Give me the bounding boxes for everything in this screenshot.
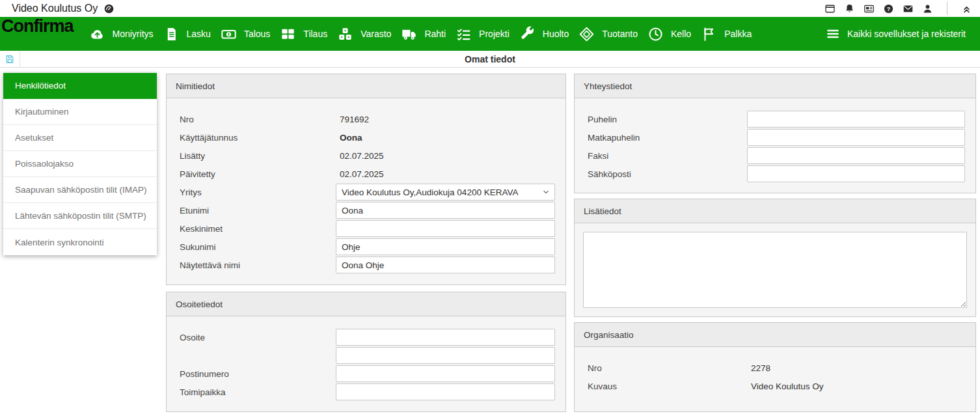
input-matkapuhelin[interactable] bbox=[747, 129, 965, 146]
panel-osoitetiedot: Osoitetiedot OsoitePostinumeroToimipaikk… bbox=[166, 292, 566, 412]
topbar-actions: ? bbox=[824, 2, 972, 15]
nav-item-label: Kello bbox=[671, 29, 691, 39]
all-apps-button[interactable]: Kaikki sovellukset ja rekisterit bbox=[820, 22, 971, 46]
input-keskinimet[interactable] bbox=[336, 220, 555, 237]
field-row-nro: Nro2278 bbox=[588, 359, 965, 377]
sidebar-item-poissaolojakso[interactable]: Poissaolojakso bbox=[3, 151, 157, 177]
nav-item-label: Projekti bbox=[479, 29, 510, 39]
input-postinumero[interactable] bbox=[336, 365, 555, 382]
nav-item-kello[interactable]: Kello bbox=[647, 26, 691, 42]
window-icon[interactable] bbox=[824, 3, 836, 14]
nav-item-projekti[interactable]: Projekti bbox=[456, 26, 510, 42]
nav-item-moniyritys[interactable]: Moniyritys bbox=[89, 26, 154, 42]
field-label-sahkoposti: Sähköposti bbox=[588, 169, 747, 179]
field-row-naytettava-nimi: Näytettävä nimi bbox=[180, 256, 555, 274]
page-title: Omat tiedot bbox=[0, 54, 980, 64]
sidebar-item-label: Asetukset bbox=[15, 133, 53, 143]
field-label-kuvaus: Kuvaus bbox=[588, 381, 747, 391]
boxes-icon bbox=[337, 26, 353, 42]
field-row-line-2 bbox=[180, 346, 555, 365]
bell-icon[interactable] bbox=[844, 3, 855, 14]
select-yritys[interactable]: Video Koulutus Oy,Audiokuja 04200 KERAVA bbox=[336, 184, 555, 201]
field-label-paivitetty: Päivitetty bbox=[180, 169, 336, 179]
newspaper-icon[interactable] bbox=[864, 3, 875, 14]
help-icon[interactable]: ? bbox=[883, 3, 894, 14]
field-row-matkapuhelin: Matkapuhelin bbox=[588, 128, 965, 146]
mail-icon[interactable] bbox=[903, 3, 914, 14]
cube-icon bbox=[578, 26, 595, 42]
field-value-kuvaus: Video Koulutus Oy bbox=[747, 381, 824, 391]
input-line-2[interactable] bbox=[336, 347, 555, 364]
field-row-lisatty: Lisätty02.07.2025 bbox=[180, 146, 555, 165]
truck-icon bbox=[401, 26, 417, 42]
field-label-puhelin: Puhelin bbox=[588, 115, 747, 124]
hamburger-icon bbox=[825, 26, 841, 42]
field-label-etunimi: Etunimi bbox=[180, 206, 336, 215]
select-value: Video Koulutus Oy,Audiokuja 04200 KERAVA bbox=[342, 187, 518, 197]
sidebar-item-saapuvan-sahkopostin-tilit-imap[interactable]: Saapuvan sähköpostin tilit (IMAP) bbox=[3, 177, 157, 203]
nav-item-talous[interactable]: Talous bbox=[221, 26, 270, 42]
input-naytettava-nimi[interactable] bbox=[336, 257, 555, 273]
sidebar-item-lahtevan-sahkopostin-tilit-smtp[interactable]: Lähtevän sähköpostin tilit (SMTP) bbox=[3, 203, 157, 229]
field-row-etunimi: Etunimi bbox=[180, 201, 555, 219]
sidebar-item-henkilotiedot[interactable]: Henkilötiedot bbox=[3, 73, 157, 99]
field-label-lisatty: Lisätty bbox=[180, 151, 336, 161]
company-title: Video Koulutus Oy bbox=[12, 3, 98, 14]
panel-nimitiedot: Nimitiedot Nro791692KäyttäjätunnusOonaLi… bbox=[166, 74, 566, 285]
input-faksi[interactable] bbox=[747, 147, 965, 164]
sidebar-item-kirjautuminen[interactable]: Kirjautuminen bbox=[3, 99, 157, 125]
nav-item-huolto[interactable]: Huolto bbox=[519, 26, 569, 42]
field-value-nro: 791692 bbox=[336, 115, 369, 124]
nav-item-tuotanto[interactable]: Tuotanto bbox=[578, 26, 638, 42]
lisatiedot-textarea[interactable] bbox=[583, 232, 967, 308]
grid-icon bbox=[280, 26, 296, 42]
field-label-sukunimi: Sukunimi bbox=[180, 242, 336, 252]
field-label-kayttajatunnus: Käyttäjätunnus bbox=[180, 133, 336, 143]
field-row-keskinimet: Keskinimet bbox=[180, 219, 555, 238]
field-row-paivitetty: Päivitetty02.07.2025 bbox=[180, 165, 555, 183]
nav-item-label: Rahti bbox=[424, 29, 446, 39]
nav-item-label: Varasto bbox=[361, 29, 391, 39]
field-row-kayttajatunnus: KäyttäjätunnusOona bbox=[180, 128, 555, 146]
gauge-icon[interactable] bbox=[103, 3, 115, 14]
panel-organisaatio: Organisaatio Nro2278KuvausVideo Koulutus… bbox=[574, 322, 976, 412]
panel-title-osoitetiedot: Osoitetiedot bbox=[167, 292, 565, 316]
toolbar-divider bbox=[947, 2, 947, 15]
field-row-faksi: Faksi bbox=[588, 146, 965, 165]
input-sahkoposti[interactable] bbox=[747, 165, 965, 182]
sidebar-item-label: Henkilötiedot bbox=[15, 81, 66, 90]
input-puhelin[interactable] bbox=[747, 111, 965, 128]
nav-item-rahti[interactable]: Rahti bbox=[401, 26, 446, 42]
user-icon[interactable] bbox=[922, 3, 933, 14]
checklist-icon bbox=[456, 26, 472, 42]
save-icon bbox=[5, 54, 15, 64]
confirma-logo: Confirma bbox=[1, 17, 74, 35]
panel-yhteystiedot: Yhteystiedot PuhelinMatkapuhelinFaksiSäh… bbox=[574, 74, 976, 193]
field-label-nro: Nro bbox=[588, 363, 747, 373]
input-sukunimi[interactable] bbox=[336, 238, 555, 255]
field-label-postinumero: Postinumero bbox=[180, 369, 336, 379]
field-label-matkapuhelin: Matkapuhelin bbox=[588, 133, 747, 143]
all-apps-label: Kaikki sovellukset ja rekisterit bbox=[847, 29, 966, 39]
collapse-icon[interactable] bbox=[961, 3, 972, 14]
window-titlebar: Video Koulutus Oy ? bbox=[0, 0, 980, 17]
input-osoite[interactable] bbox=[336, 329, 555, 346]
nav-item-label: Lasku bbox=[187, 29, 211, 39]
sidebar-item-label: Saapuvan sähköpostin tilit (IMAP) bbox=[15, 185, 147, 195]
nav-items: MoniyritysLaskuTalousTilausVarastoRahtiP… bbox=[89, 26, 762, 42]
wrench-icon bbox=[519, 26, 536, 42]
field-label-yritys: Yritys bbox=[180, 187, 336, 197]
sidebar-item-kalenterin-synkronointi[interactable]: Kalenterin synkronointi bbox=[3, 229, 157, 255]
nav-item-varasto[interactable]: Varasto bbox=[337, 26, 391, 42]
field-label-toimipaikka: Toimipaikka bbox=[180, 387, 336, 397]
sidebar-item-asetukset[interactable]: Asetukset bbox=[3, 125, 157, 151]
nav-item-label: Tilaus bbox=[303, 29, 327, 39]
nav-item-label: Moniyritys bbox=[113, 29, 154, 39]
nav-item-tilaus[interactable]: Tilaus bbox=[280, 26, 327, 42]
field-label-osoite: Osoite bbox=[180, 333, 336, 342]
input-etunimi[interactable] bbox=[336, 202, 555, 219]
nav-item-palkka[interactable]: Palkka bbox=[701, 26, 752, 42]
input-toimipaikka[interactable] bbox=[336, 383, 555, 400]
nav-item-lasku[interactable]: Lasku bbox=[163, 26, 211, 42]
save-button[interactable] bbox=[0, 51, 20, 67]
